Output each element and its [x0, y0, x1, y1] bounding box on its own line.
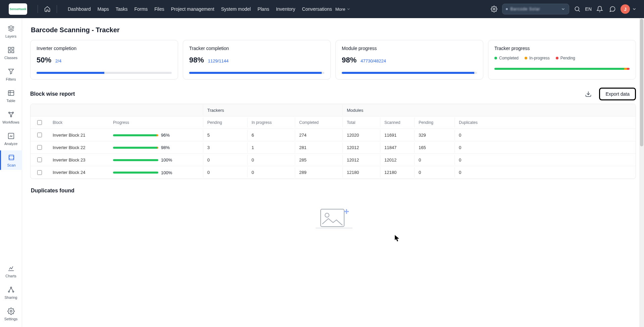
top-nav-item[interactable]: Conversations — [302, 6, 332, 12]
cell-total: 12020 — [342, 130, 380, 140]
sidebar-item-workflows[interactable]: Workflows — [0, 107, 22, 127]
analyze-icon — [7, 132, 15, 140]
settings-icon — [7, 307, 15, 316]
col-pending: Pending — [203, 118, 247, 128]
main-content: Barcode Scanning - Tracker Inverter comp… — [22, 18, 644, 327]
cell-pending: 0 — [203, 167, 247, 178]
block-report-table: Trackers Modules Block Progress Pending … — [30, 104, 636, 179]
col-dups: Duplicates — [454, 118, 495, 128]
download-button[interactable] — [585, 89, 595, 99]
row-checkbox[interactable] — [37, 157, 42, 162]
chat-icon — [609, 6, 616, 12]
legend-dot-inprogress — [525, 57, 527, 59]
col-inprogress: In progress — [247, 118, 295, 128]
top-nav-item[interactable]: Tasks — [116, 6, 128, 12]
cell-block: Inverter Block 22 — [49, 142, 109, 153]
sidebar-item-charts[interactable]: Charts — [0, 261, 22, 281]
svg-rect-4 — [11, 51, 13, 53]
sidebar-item-table[interactable]: Table — [0, 86, 22, 105]
settings-icon-button[interactable] — [489, 4, 499, 14]
table-row[interactable]: Inverter Block 24100%00289121801218000 — [31, 166, 636, 179]
page-title: Barcode Scanning - Tracker — [31, 26, 636, 34]
sidebar-item-settings[interactable]: Settings — [0, 304, 22, 324]
col-total: Total — [342, 118, 380, 128]
cell-completed: 289 — [295, 167, 342, 178]
svg-rect-2 — [8, 47, 10, 49]
svg-rect-6 — [8, 91, 14, 96]
sidebar-item-sharing[interactable]: Sharing — [0, 283, 22, 302]
search-button[interactable] — [573, 4, 582, 14]
table-icon — [7, 89, 15, 97]
top-nav-item[interactable]: Inventory — [276, 6, 296, 12]
top-nav-item[interactable]: Forms — [135, 6, 148, 12]
cell-total: 12180 — [342, 167, 380, 178]
cell-completed: 285 — [295, 155, 342, 165]
language-switch[interactable]: EN — [585, 6, 592, 12]
cell-scanned: 12012 — [380, 155, 414, 165]
download-icon — [585, 91, 592, 97]
col-completed: Completed — [295, 118, 342, 128]
top-nav-item[interactable]: Project management — [171, 6, 214, 12]
row-checkbox[interactable] — [37, 145, 42, 150]
sidebar-item-label: Scan — [7, 163, 15, 167]
cell-scanned: 11847 — [380, 142, 414, 153]
top-nav: DashboardMapsTasksFormsFilesProject mana… — [68, 6, 332, 12]
row-checkbox[interactable] — [37, 170, 42, 175]
cell-progress: 100% — [109, 154, 203, 165]
top-nav-item[interactable]: Plans — [258, 6, 269, 12]
select-all-checkbox[interactable] — [37, 120, 42, 125]
legend-dot-pending — [556, 57, 558, 59]
chevron-down-icon — [632, 7, 637, 11]
home-button[interactable] — [43, 5, 51, 13]
kpi-value: 50% — [37, 56, 51, 64]
legend-label: In-progress — [529, 56, 550, 60]
sidebar-item-analyze[interactable]: Analyze — [0, 129, 22, 148]
workspace-name: Barcode Solar — [511, 7, 540, 11]
top-nav-item[interactable]: Maps — [98, 6, 109, 12]
top-nav-item[interactable]: Dashboard — [68, 6, 91, 12]
cell-inprogress: 6 — [247, 130, 295, 140]
row-checkbox[interactable] — [37, 133, 42, 137]
svg-rect-3 — [11, 47, 13, 49]
cell-block: Inverter Block 21 — [49, 130, 109, 140]
table-row[interactable]: Inverter Block 23100%00285120121201200 — [31, 154, 636, 166]
workspace-select[interactable]: Barcode Solar — [502, 4, 569, 14]
top-nav-item[interactable]: Files — [154, 6, 164, 12]
gear-icon — [491, 6, 497, 12]
svg-point-14 — [12, 291, 14, 292]
svg-point-0 — [493, 8, 495, 10]
top-nav-more[interactable]: More — [335, 7, 351, 12]
sidebar-item-filters[interactable]: Filters — [0, 64, 22, 84]
kpi-tracker-completion: Tracker completion 98% 1129/1144 — [183, 40, 331, 80]
cell-pending: 0 — [203, 155, 247, 165]
kpi-tracker-progress: Tracker progress Completed In-progress P… — [488, 40, 636, 80]
user-menu[interactable]: J — [621, 4, 637, 14]
sidebar-item-layers[interactable]: Layers — [0, 21, 22, 41]
svg-rect-11 — [9, 155, 14, 160]
notifications-button[interactable] — [595, 4, 604, 14]
top-nav-item[interactable]: System model — [221, 6, 251, 12]
logo[interactable]: SenseHawk — [9, 3, 27, 15]
scrollbar-thumb[interactable] — [640, 19, 643, 146]
cell-block: Inverter Block 23 — [49, 155, 109, 165]
cell-total: 12012 — [342, 142, 380, 153]
table-row[interactable]: Inverter Block 2298%3128112012118471650 — [31, 141, 636, 154]
classes-icon — [7, 46, 15, 54]
col-progress: Progress — [109, 118, 203, 128]
kpi-legend: Completed In-progress Pending — [494, 56, 630, 60]
messages-button[interactable] — [608, 4, 617, 14]
kpi-value: 98% — [342, 56, 357, 64]
scrollbar[interactable] — [639, 18, 644, 327]
charts-icon — [7, 264, 15, 273]
table-row[interactable]: Inverter Block 2196%5627412020116913290 — [31, 129, 636, 141]
divider — [57, 5, 57, 13]
kpi-inverter-completion: Inverter completion 50% 2/4 — [30, 40, 178, 80]
cell-mpending: 329 — [414, 130, 454, 140]
sidebar-item-classes[interactable]: Classes — [0, 43, 22, 62]
kpi-progress-bar — [189, 72, 324, 74]
legend-dot-completed — [494, 57, 497, 59]
export-data-button[interactable]: Export data — [599, 88, 636, 100]
svg-rect-5 — [8, 51, 10, 53]
sidebar-item-scan[interactable]: Scan — [0, 150, 22, 170]
sidebar-item-label: Layers — [5, 34, 16, 38]
